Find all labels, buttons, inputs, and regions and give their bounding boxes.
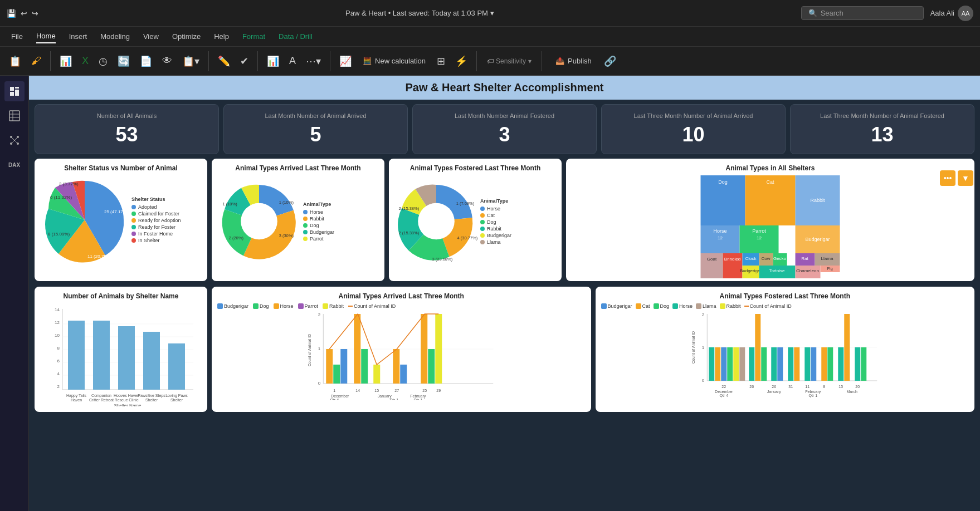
menu-modeling[interactable]: Modeling xyxy=(100,30,130,43)
kpi-last-month-fostered-label: Last Month Number Animal Fostered xyxy=(455,112,554,120)
more-button[interactable]: ⋯▾ xyxy=(303,53,324,70)
svg-rect-136 xyxy=(709,347,714,381)
publish-button[interactable]: 📤 Publish xyxy=(550,55,597,67)
search-box[interactable]: 🔍 Search xyxy=(801,6,924,20)
kpi-all-animals-label: Number of All Animals xyxy=(97,112,157,120)
svg-text:1 (10%): 1 (10%) xyxy=(222,202,237,207)
svg-rect-3 xyxy=(15,90,19,96)
menu-format[interactable]: Format xyxy=(242,30,265,43)
svg-text:Cat: Cat xyxy=(766,179,774,185)
svg-text:14: 14 xyxy=(55,307,60,312)
svg-text:Budgerigar: Budgerigar xyxy=(805,237,830,242)
kpi-last-month-fostered[interactable]: Last Month Number Animal Fostered 3 xyxy=(412,104,597,154)
menu-home[interactable]: Home xyxy=(36,30,56,43)
menu-view[interactable]: View xyxy=(143,30,159,43)
treemap-chart[interactable]: Animal Types in All Shelters Dog Cat Hor… xyxy=(566,159,974,281)
svg-text:2 (3.77%): 2 (3.77%) xyxy=(59,181,79,186)
shelter-bar-chart[interactable]: Number of Animals by Shelter Name 14 12 … xyxy=(35,287,207,412)
svg-text:Shelter: Shelter xyxy=(145,398,158,402)
svg-text:Happy Tails: Happy Tails xyxy=(66,394,87,398)
svg-text:Gecko: Gecko xyxy=(773,256,787,261)
svg-text:Hooves Haven: Hooves Haven xyxy=(114,394,139,397)
filter-icon[interactable]: ▼ xyxy=(958,170,973,186)
menu-datadrill[interactable]: Data / Drill xyxy=(279,30,313,43)
svg-text:0: 0 xyxy=(318,381,321,386)
sensitivity-button[interactable]: 🏷 Sensitivity ▾ xyxy=(482,55,536,67)
svg-rect-108 xyxy=(373,365,380,384)
svg-text:1: 1 xyxy=(333,389,335,392)
svg-text:25: 25 xyxy=(422,389,427,392)
svg-text:Rescue Clinic: Rescue Clinic xyxy=(115,398,139,402)
new-calculation-button[interactable]: 🧮 New calculation xyxy=(358,55,430,67)
animal-arrived-bar-chart[interactable]: Animal Types Arrived Last Three Month Bu… xyxy=(212,287,591,412)
kpi-three-month-fostered[interactable]: Last Three Month Number of Animal Foster… xyxy=(790,104,974,154)
svg-rect-140 xyxy=(733,347,739,381)
visual-button[interactable]: 📄 xyxy=(136,53,155,70)
sidebar-icon-dax[interactable]: DAX xyxy=(4,155,25,175)
svg-text:15: 15 xyxy=(374,389,379,392)
svg-text:December: December xyxy=(331,394,349,398)
sensitivity-icon: 🏷 xyxy=(487,57,494,65)
edit-button[interactable]: ✏️ xyxy=(214,53,233,70)
svg-rect-143 xyxy=(755,314,760,381)
chart-button[interactable]: ◷ xyxy=(95,53,111,70)
svg-text:8 (15.09%): 8 (15.09%) xyxy=(48,232,70,237)
menu-file[interactable]: File xyxy=(11,30,23,43)
dropdown-button[interactable]: 📋▾ xyxy=(179,53,203,70)
user-name: Aala Ali xyxy=(930,9,954,17)
svg-rect-151 xyxy=(821,347,827,381)
shelter-status-chart[interactable]: Shelter Status vs Number of Animal xyxy=(35,159,207,281)
table-button[interactable]: 📊 xyxy=(56,53,75,70)
svg-text:Brindled: Brindled xyxy=(724,257,740,262)
sidebar-icon-table[interactable] xyxy=(4,106,25,126)
kpi-all-animals[interactable]: Number of All Animals 53 xyxy=(35,104,219,154)
format-painter-button[interactable]: 🖌 xyxy=(28,53,45,69)
svg-text:1: 1 xyxy=(318,346,321,351)
svg-rect-156 xyxy=(861,347,866,381)
svg-rect-145 xyxy=(771,347,777,381)
animal-fostered-bar-chart[interactable]: Animal Types Fostered Last Three Month B… xyxy=(596,287,975,412)
save-icon[interactable]: 💾 xyxy=(7,9,16,18)
shelter-bar-svg: 14 12 10 8 6 4 2 xyxy=(40,303,196,406)
bar-chart-icon[interactable]: 📊 xyxy=(264,53,282,70)
text-button[interactable]: A xyxy=(286,53,299,69)
excel-button[interactable]: X xyxy=(79,53,92,69)
svg-rect-0 xyxy=(10,87,14,91)
eye-button[interactable]: 👁 xyxy=(159,53,175,69)
toolbar: 📋 🖌 📊 X ◷ 🔄 📄 👁 📋▾ ✏️ ✔ 📊 A ⋯▾ 📈 xyxy=(0,47,980,76)
redo-icon[interactable]: ↪ xyxy=(32,9,38,18)
svg-rect-81 xyxy=(93,321,110,390)
menu-help[interactable]: Help xyxy=(214,30,229,43)
svg-text:Dog: Dog xyxy=(718,179,728,185)
lightning-button[interactable]: ⚡ xyxy=(452,53,471,70)
menu-insert[interactable]: Insert xyxy=(69,30,87,43)
sensitivity-label: Sensitivity xyxy=(496,57,526,65)
shelter-status-title: Shelter Status vs Number of Animal xyxy=(40,164,202,172)
data-icon[interactable]: 📈 xyxy=(336,53,355,70)
svg-text:Qtr 1: Qtr 1 xyxy=(808,394,817,397)
kpi-three-month-arrived[interactable]: Last Three Month Number of Animal Arrive… xyxy=(601,104,786,154)
bar2-legend: Budgerigar Dog Horse Parrot Rabbit Count… xyxy=(217,303,586,309)
svg-text:6: 6 xyxy=(57,358,60,363)
connect-button[interactable]: 🔗 xyxy=(601,53,620,70)
shelter-bar-title: Number of Animals by Shelter Name xyxy=(40,292,202,300)
avatar: AA xyxy=(958,6,973,21)
refresh-button[interactable]: 🔄 xyxy=(114,53,133,70)
kpi-last-month-arrived[interactable]: Last Month Number of Animal Arrived 5 xyxy=(223,104,408,154)
treemap-title: Animal Types in All Shelters xyxy=(572,164,969,172)
animal-arrived-svg: 1 (10%) 3 (30%) 2 (20%) 1 (10%) xyxy=(217,175,301,267)
sidebar-icon-model[interactable] xyxy=(4,130,25,150)
undo-icon[interactable]: ↩ xyxy=(21,9,27,18)
animal-fostered-chart[interactable]: Animal Types Fostered Last Three Month xyxy=(389,159,562,281)
svg-rect-142 xyxy=(749,347,754,381)
sidebar-icon-report[interactable] xyxy=(4,81,25,101)
animal-arrived-bar-svg: 2 1 0 xyxy=(217,311,586,400)
animal-arrived-chart[interactable]: Animal Types Arrived Last Three Month xyxy=(212,159,384,281)
check-button[interactable]: ✔ xyxy=(237,53,252,70)
menu-optimize[interactable]: Optimize xyxy=(172,30,201,43)
table2-button[interactable]: ⊞ xyxy=(433,53,448,70)
svg-text:Critter Retreat: Critter Retreat xyxy=(89,398,114,402)
svg-rect-153 xyxy=(838,347,844,381)
paste-button[interactable]: 📋 xyxy=(6,53,25,70)
more-options-icon[interactable]: ••• xyxy=(940,170,955,186)
